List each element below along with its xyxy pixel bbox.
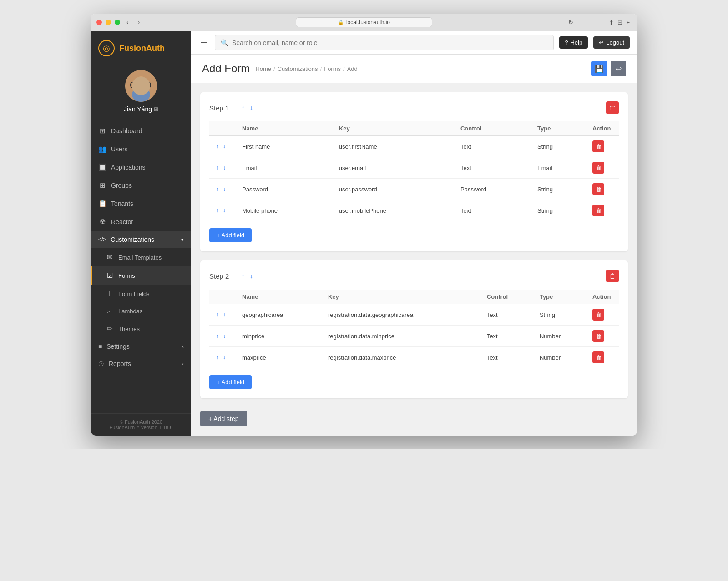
field-move-down-button[interactable]: ↓: [222, 311, 227, 318]
delete-field-button[interactable]: 🗑: [592, 309, 604, 321]
page-header: Add Form Home / Customizations / Forms /…: [191, 55, 637, 83]
reports-icon: ☉: [98, 360, 104, 367]
sidebar-item-lambdas[interactable]: >_ Lambdas: [91, 303, 191, 320]
reload-button[interactable]: ↻: [568, 19, 573, 26]
page-actions: 💾 ↩: [592, 61, 626, 76]
step-2-order-buttons: ↑ ↓: [240, 272, 255, 280]
sidebar-item-users[interactable]: 👥 Users: [91, 140, 191, 158]
sidebar-item-tenants[interactable]: 📋 Tenants: [91, 195, 191, 213]
field-action-cell: 🗑: [587, 200, 619, 221]
customizations-icon: </>: [98, 236, 106, 243]
search-icon: 🔍: [221, 39, 228, 46]
field-key-cell: registration.data.minprice: [323, 326, 481, 347]
field-move-down-button[interactable]: ↓: [222, 164, 227, 171]
help-button[interactable]: ? Help: [559, 36, 588, 49]
step-2-move-down-button[interactable]: ↓: [248, 272, 255, 280]
field-move-up-button[interactable]: ↑: [215, 164, 220, 171]
step-1-table-body: ↑ ↓ First name user.firstName Text Strin…: [209, 136, 619, 221]
field-action-cell: 🗑: [587, 347, 619, 368]
breadcrumb-home[interactable]: Home: [255, 65, 271, 72]
step-2-delete-button[interactable]: 🗑: [606, 270, 619, 282]
sidebar-item-themes[interactable]: ✏ Themes: [91, 320, 191, 338]
menu-toggle-button[interactable]: ☰: [198, 36, 209, 50]
breadcrumb-current: Add: [347, 65, 358, 72]
field-move-down-button[interactable]: ↓: [222, 185, 227, 193]
step-2-move-up-button[interactable]: ↑: [240, 272, 247, 280]
step-1-order-buttons: ↑ ↓: [240, 104, 255, 111]
field-move-down-button[interactable]: ↓: [222, 207, 227, 214]
field-type-cell: String: [534, 304, 587, 326]
tile-button[interactable]: ⊟: [617, 19, 622, 26]
breadcrumb-forms[interactable]: Forms: [324, 65, 341, 72]
step-1-add-field-button[interactable]: + Add field: [209, 228, 252, 242]
minimize-button[interactable]: [106, 20, 111, 25]
sidebar-item-settings[interactable]: ≡ Settings ‹: [91, 338, 191, 355]
delete-field-button[interactable]: 🗑: [592, 162, 604, 174]
field-action-cell: 🗑: [587, 326, 619, 347]
sidebar-item-applications[interactable]: 🔲 Applications: [91, 158, 191, 176]
sidebar-item-email-templates[interactable]: ✉ Email Templates: [91, 248, 191, 266]
delete-field-button[interactable]: 🗑: [592, 351, 604, 363]
share-button[interactable]: ⬆: [609, 19, 614, 26]
delete-field-button[interactable]: 🗑: [592, 205, 604, 216]
sidebar-footer: © FusionAuth 2020 FusionAuth™ version 1.…: [91, 413, 191, 436]
sidebar-item-customizations[interactable]: </> Customizations ▾: [91, 231, 191, 248]
sidebar-item-label: Form Fields: [118, 290, 150, 297]
title-bar: ‹ › 🔒 local.fusionauth.io ↻ ⬆ ⊟ +: [91, 14, 637, 31]
field-order-cell: ↑ ↓: [209, 200, 237, 221]
col-key: Key: [334, 121, 455, 136]
table-header-row: Name Key Control Type Action: [209, 121, 619, 136]
field-name-cell: First name: [237, 136, 334, 157]
step-1-delete-button[interactable]: 🗑: [606, 101, 619, 114]
field-type-cell: String: [532, 136, 587, 157]
table-row: ↑ ↓ Password user.password Password Stri…: [209, 179, 619, 200]
logout-button[interactable]: ↩ Logout: [593, 36, 630, 49]
table-row: ↑ ↓ maxprice registration.data.maxprice …: [209, 347, 619, 368]
themes-icon: ✏: [106, 325, 114, 333]
field-move-down-button[interactable]: ↓: [222, 354, 227, 361]
field-move-up-button[interactable]: ↑: [215, 311, 220, 318]
add-step-button[interactable]: + Add step: [200, 411, 247, 426]
field-move-down-button[interactable]: ↓: [222, 143, 227, 150]
search-input[interactable]: [232, 39, 548, 46]
users-icon: 👥: [98, 145, 106, 153]
field-order-buttons: ↑ ↓: [215, 354, 231, 361]
field-move-up-button[interactable]: ↑: [215, 207, 220, 214]
breadcrumb-customizations[interactable]: Customizations: [278, 65, 318, 72]
field-move-up-button[interactable]: ↑: [215, 143, 220, 150]
delete-field-button[interactable]: 🗑: [592, 140, 604, 152]
maximize-button[interactable]: [115, 20, 120, 25]
field-move-up-button[interactable]: ↑: [215, 185, 220, 193]
delete-field-button[interactable]: 🗑: [592, 330, 604, 342]
field-move-up-button[interactable]: ↑: [215, 354, 220, 361]
back-button[interactable]: ↩: [611, 61, 626, 76]
sidebar-item-label: Themes: [118, 326, 140, 332]
sidebar-item-groups[interactable]: ⊞ Groups: [91, 176, 191, 195]
sidebar-item-label: Settings: [106, 343, 130, 350]
sidebar-item-label: Users: [111, 145, 128, 153]
forms-icon: ☑: [106, 271, 114, 280]
field-move-up-button[interactable]: ↑: [215, 332, 220, 340]
sidebar-item-reactor[interactable]: ☢ Reactor: [91, 213, 191, 231]
close-button[interactable]: [96, 20, 102, 25]
back-nav-button[interactable]: ‹: [124, 18, 131, 27]
new-tab-button[interactable]: +: [626, 19, 630, 26]
sidebar-item-label: Email Templates: [118, 254, 162, 261]
step-1-move-down-button[interactable]: ↓: [248, 104, 255, 111]
sidebar-item-dashboard[interactable]: ⊞ Dashboard: [91, 122, 191, 140]
step-2-card: Step 2 ↑ ↓ 🗑 Name Key: [200, 260, 628, 398]
sidebar-item-forms[interactable]: ☑ Forms: [91, 266, 191, 285]
footer-copyright: © FusionAuth 2020: [98, 419, 184, 425]
save-button[interactable]: 💾: [592, 61, 607, 76]
footer-version: FusionAuth™ version 1.18.6: [98, 425, 184, 430]
sidebar-item-form-fields[interactable]: Ⅰ Form Fields: [91, 285, 191, 303]
field-move-down-button[interactable]: ↓: [222, 332, 227, 340]
forward-nav-button[interactable]: ›: [135, 18, 143, 27]
main-content: ☰ 🔍 ? Help ↩ Logout Add Form: [191, 31, 637, 436]
step-2-add-field-button[interactable]: + Add field: [209, 375, 252, 389]
delete-field-button[interactable]: 🗑: [592, 183, 604, 195]
dashboard-icon: ⊞: [98, 127, 106, 135]
sidebar-item-reports[interactable]: ☉ Reports ‹: [91, 355, 191, 372]
step-1-move-up-button[interactable]: ↑: [240, 104, 247, 111]
step-1-label: Step 1: [209, 104, 234, 112]
